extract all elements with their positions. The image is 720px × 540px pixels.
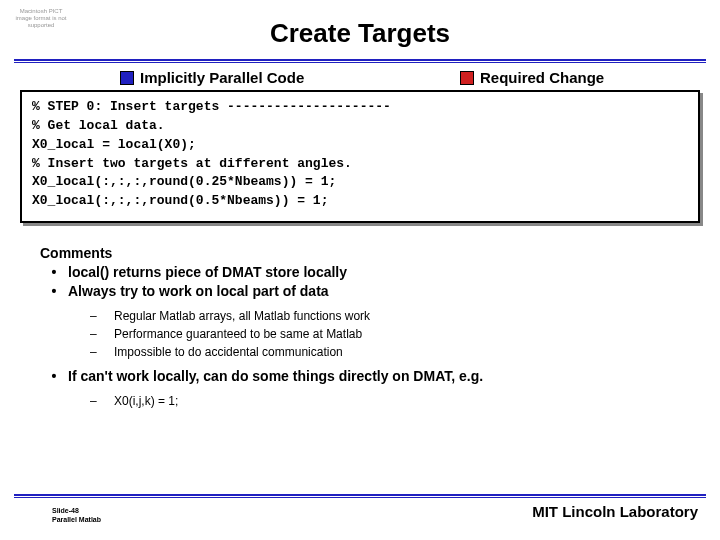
sub-bullet-text: X0(i,j,k) = 1;: [114, 392, 680, 410]
code-line: X0_local(:,:,:,round(0.25*Nbeams)) = 1;: [32, 173, 688, 192]
bullet-icon: •: [40, 282, 68, 301]
sub-bullet-text: Performance guaranteed to be same at Mat…: [114, 325, 680, 343]
dash-icon: –: [90, 325, 114, 343]
footer-divider: [14, 494, 706, 498]
swatch-blue-icon: [120, 71, 134, 85]
dash-icon: –: [90, 392, 114, 410]
bullet-icon: •: [40, 263, 68, 282]
code-line: X0_local(:,:,:,round(0.5*Nbeams)) = 1;: [32, 192, 688, 211]
pict-placeholder: Macintosh PICT image format is not suppo…: [14, 8, 68, 30]
sub-bullet-item: – Impossible to do accidental communicat…: [90, 343, 680, 361]
legend: Implicitly Parallel Code Required Change: [120, 69, 660, 86]
slide-subtitle: Parallel Matlab: [52, 516, 101, 524]
sub-bullet-text: Regular Matlab arrays, all Matlab functi…: [114, 307, 680, 325]
bullet-text: Always try to work on local part of data: [68, 282, 680, 301]
slide-title: Create Targets: [0, 0, 720, 49]
sub-bullet-item: – Regular Matlab arrays, all Matlab func…: [90, 307, 680, 325]
bullet-item: • If can't work locally, can do some thi…: [40, 367, 680, 386]
footer-left: Slide-48 Parallel Matlab: [52, 507, 101, 524]
code-line: X0_local = local(X0);: [32, 136, 688, 155]
sub-bullet-item: – X0(i,j,k) = 1;: [90, 392, 680, 410]
bullet-item: • Always try to work on local part of da…: [40, 282, 680, 301]
slide-number: Slide-48: [52, 507, 101, 515]
dash-icon: –: [90, 307, 114, 325]
sub-bullet-text: Impossible to do accidental communicatio…: [114, 343, 680, 361]
legend-implicit: Implicitly Parallel Code: [120, 69, 460, 86]
footer-lab: MIT Lincoln Laboratory: [532, 503, 698, 520]
legend-required: Required Change: [460, 69, 660, 86]
sub-bullet-item: – Performance guaranteed to be same at M…: [90, 325, 680, 343]
comments-section: Comments • local() returns piece of DMAT…: [40, 245, 680, 410]
title-divider: [14, 59, 706, 63]
comments-heading: Comments: [40, 245, 680, 261]
code-block: % STEP 0: Insert targets ---------------…: [20, 90, 700, 223]
code-line: % STEP 0: Insert targets ---------------…: [32, 98, 688, 117]
bullet-icon: •: [40, 367, 68, 386]
legend-required-label: Required Change: [480, 69, 604, 86]
code-line: % Get local data.: [32, 117, 688, 136]
swatch-red-icon: [460, 71, 474, 85]
bullet-item: • local() returns piece of DMAT store lo…: [40, 263, 680, 282]
code-line: % Insert two targets at different angles…: [32, 155, 688, 174]
legend-implicit-label: Implicitly Parallel Code: [140, 69, 304, 86]
bullet-text: If can't work locally, can do some thing…: [68, 367, 680, 386]
dash-icon: –: [90, 343, 114, 361]
bullet-text: local() returns piece of DMAT store loca…: [68, 263, 680, 282]
